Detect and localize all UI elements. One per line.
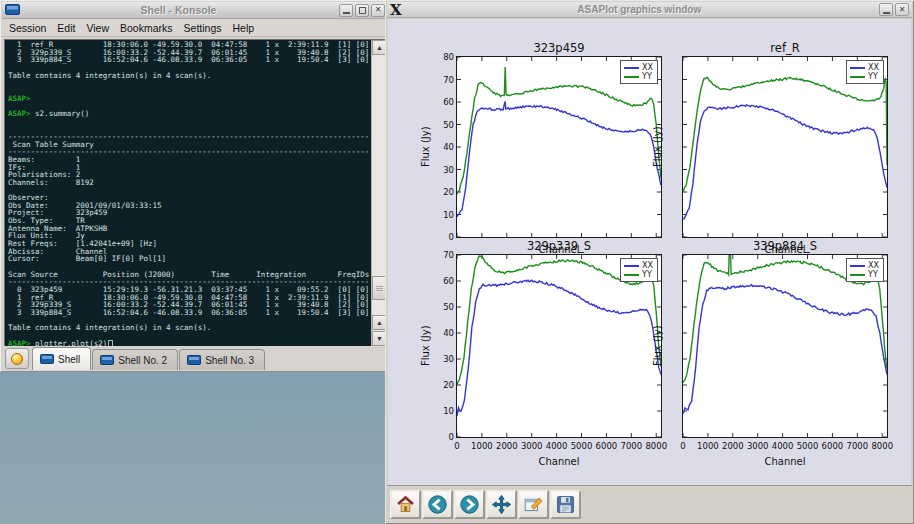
save-icon	[555, 494, 576, 515]
zoom-rect-icon	[523, 494, 544, 515]
menu-view[interactable]: View	[86, 22, 109, 34]
asaplot-window: X ASAPlot graphics window ✕ 323p459 Flux…	[385, 0, 914, 524]
terminal-line: Cursor: Beam[0] IF[0] Pol[1]	[8, 255, 371, 263]
konsole-menubar: Session Edit View Bookmarks Settings Hel…	[2, 20, 388, 37]
y-tick-label: 10	[433, 210, 454, 220]
tab-shell[interactable]: Shell	[32, 347, 91, 370]
y-tick-label: 10	[433, 406, 454, 416]
terminal-line: Channels: 8192	[8, 179, 371, 187]
subplot-339p884-S[interactable]: 339p884_S Flux (Jy) Channel XX YY 010002…	[682, 254, 888, 438]
save-button[interactable]	[550, 490, 581, 519]
plot-title: ref_R	[673, 41, 897, 55]
pan-button[interactable]	[486, 490, 517, 519]
close-icon: ✕	[375, 6, 382, 14]
konsole-title: Shell - Konsole	[20, 4, 337, 16]
series-xx	[457, 280, 661, 416]
plot-toolbar	[387, 485, 912, 522]
tab-shell-3-label: Shell No. 3	[205, 355, 254, 366]
x-axis-label: Channel	[683, 456, 887, 467]
plot-title: 323p459	[447, 41, 671, 55]
plot-curves	[683, 57, 887, 237]
tab-shell-label: Shell	[58, 354, 80, 365]
y-tick-label: 30	[433, 165, 454, 175]
y-tick-label: 70	[433, 75, 454, 85]
y-axis-label: Flux (Jy)	[651, 255, 664, 437]
legend: XX YY	[846, 258, 884, 282]
asaplot-titlebar[interactable]: X ASAPlot graphics window ✕	[387, 2, 912, 18]
terminal-line: ASAP>	[8, 95, 371, 103]
terminal-area: 1 ref_R 18:30:06.0 -49.59.30.0 04:47:58 …	[4, 39, 388, 347]
menu-session[interactable]: Session	[9, 22, 46, 34]
minimize-button[interactable]	[339, 4, 353, 17]
legend-line-xx	[850, 67, 865, 69]
axis-ticks	[683, 255, 887, 437]
minimize-icon	[883, 12, 890, 14]
close-icon: ✕	[899, 6, 906, 14]
y-tick-label: 60	[433, 97, 454, 107]
figure-canvas[interactable]: 323p459 Flux (Jy) Channel XX YY 01020304…	[388, 19, 911, 487]
close-button[interactable]: ✕	[371, 4, 385, 17]
y-tick-label: 30	[433, 354, 454, 364]
terminal-line	[8, 79, 371, 87]
shell-tab-icon	[187, 355, 201, 365]
plot-curves	[457, 255, 661, 437]
y-axis-label: Flux (Jy)	[419, 57, 432, 237]
y-tick-label: 40	[433, 142, 454, 152]
plot-title: 339p884_S	[673, 239, 897, 253]
desktop: { "terminal": { "window_title": "Shell -…	[0, 0, 914, 524]
y-tick-label: 60	[433, 276, 454, 286]
legend-line-yy	[850, 274, 865, 276]
tab-shell-2-label: Shell No. 2	[118, 355, 167, 366]
legend-line-yy	[850, 76, 865, 78]
konsole-window: Shell - Konsole ✕ Session Edit View Book…	[0, 0, 390, 372]
back-button[interactable]	[422, 490, 453, 519]
menu-help[interactable]: Help	[233, 22, 255, 34]
plot-curves	[683, 255, 887, 437]
terminal-line	[8, 87, 371, 95]
maximize-icon	[359, 7, 366, 14]
terminal-output[interactable]: 1 ref_R 18:30:06.0 -49.59.30.0 04:47:58 …	[5, 40, 371, 346]
tab-bar: Shell Shell No. 2 Shell No. 3	[2, 346, 388, 370]
legend-line-yy	[624, 76, 639, 78]
y-tick-label: 20	[433, 380, 454, 390]
series-yy	[683, 77, 887, 192]
plot-title: 329p339_S	[447, 239, 671, 253]
tab-shell-3[interactable]: Shell No. 3	[179, 349, 265, 370]
y-tick-label: 20	[433, 187, 454, 197]
menu-edit[interactable]: Edit	[57, 22, 75, 34]
terminal-line: Table contains 4 integration(s) in 4 sca…	[8, 72, 371, 80]
terminal-line: Table contains 4 integration(s) in 4 sca…	[8, 324, 371, 332]
forward-button[interactable]	[454, 490, 485, 519]
subplot-329p339-S[interactable]: 329p339_S Flux (Jy) Channel XX YY 010203…	[456, 254, 662, 438]
legend-label-yy: YY	[868, 72, 878, 81]
asaplot-close-button[interactable]: ✕	[895, 3, 909, 16]
y-axis-label: Flux (Jy)	[419, 255, 432, 437]
konsole-window-icon	[5, 4, 20, 16]
legend-line-xx	[624, 265, 639, 267]
subplot-323p459[interactable]: 323p459 Flux (Jy) Channel XX YY 01020304…	[456, 56, 662, 238]
terminal-line: ASAP> s2.summary()	[8, 110, 371, 118]
legend-line-xx	[624, 67, 639, 69]
menu-settings[interactable]: Settings	[184, 22, 222, 34]
minimize-icon	[343, 12, 350, 14]
new-session-button[interactable]	[5, 348, 29, 369]
plot-curves	[457, 57, 661, 237]
legend-label-xx: XX	[868, 63, 879, 72]
asaplot-minimize-button[interactable]	[879, 3, 893, 16]
maximize-button[interactable]	[355, 4, 369, 17]
menu-bookmarks[interactable]: Bookmarks	[120, 22, 173, 34]
shell-tab-icon	[40, 354, 54, 364]
legend-line-yy	[624, 274, 639, 276]
zoom-rect-button[interactable]	[518, 490, 549, 519]
axis-ticks	[457, 57, 661, 237]
series-xx	[457, 101, 661, 217]
home-button[interactable]	[390, 490, 421, 519]
axis-ticks	[683, 57, 887, 237]
home-icon	[395, 494, 416, 515]
konsole-titlebar[interactable]: Shell - Konsole ✕	[2, 2, 388, 19]
terminal-line: 3 339p884_S 16:52:04.6 -46.08.33.9 06:36…	[8, 56, 371, 64]
tab-shell-2[interactable]: Shell No. 2	[92, 349, 178, 370]
subplot-ref-R[interactable]: ref_R Flux (Jy) Channel XX YY	[682, 56, 888, 238]
terminal-line: 3 339p884_S 16:52:04.6 -46.08.33.9 06:36…	[8, 309, 371, 317]
series-xx	[683, 105, 887, 219]
